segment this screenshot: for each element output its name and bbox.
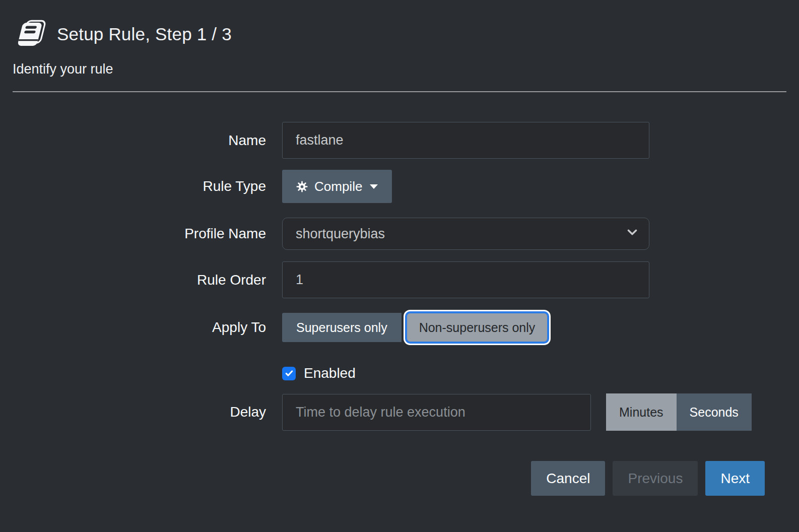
previous-button[interactable]: Previous: [613, 461, 698, 496]
gear-icon: [296, 181, 308, 192]
rule-type-button-label: Compile: [314, 179, 362, 194]
rule-type-dropdown-button[interactable]: Compile: [282, 170, 392, 203]
enabled-row: Enabled: [0, 365, 799, 381]
next-button[interactable]: Next: [705, 461, 765, 496]
profile-name-label: Profile Name: [0, 226, 266, 242]
chevron-down-icon: [626, 226, 639, 242]
rule-order-label: Rule Order: [0, 272, 266, 288]
rule-order-input[interactable]: [282, 261, 649, 298]
delay-unit-seconds-button[interactable]: Seconds: [677, 393, 752, 431]
apply-to-label: Apply To: [0, 319, 266, 336]
book-icon: [13, 19, 46, 49]
divider: [13, 91, 786, 92]
enabled-label: Enabled: [304, 365, 356, 381]
setup-rule-panel: Setup Rule, Step 1 / 3 Identify your rul…: [0, 0, 799, 532]
name-label: Name: [0, 132, 266, 149]
apply-to-superusers-button[interactable]: Superusers only: [282, 313, 402, 342]
profile-name-selected-value: shortquerybias: [296, 226, 385, 242]
checkmark-icon: [284, 368, 294, 378]
enabled-checkbox[interactable]: [282, 367, 296, 380]
delay-unit-minutes-button[interactable]: Minutes: [606, 393, 677, 431]
apply-to-row: Apply To Superusers only Non-superusers …: [0, 311, 799, 344]
page-title: Setup Rule, Step 1 / 3: [57, 24, 232, 44]
rule-type-row: Rule Type: [0, 170, 799, 203]
profile-name-select[interactable]: shortquerybias: [282, 218, 649, 250]
delay-label: Delay: [0, 404, 266, 420]
rule-order-row: Rule Order: [0, 261, 799, 298]
delay-input[interactable]: [282, 394, 591, 431]
rule-type-label: Rule Type: [0, 178, 266, 194]
caret-down-icon: [370, 184, 378, 189]
footer: Cancel Previous Next: [0, 461, 799, 496]
page-subtitle: Identify your rule: [13, 61, 786, 77]
delay-row: Delay Minutes Seconds: [0, 393, 799, 431]
name-row: Name: [0, 122, 799, 159]
rule-form: Name Rule Type: [0, 122, 799, 431]
profile-name-row: Profile Name shortquerybias: [0, 218, 799, 250]
name-input[interactable]: [282, 122, 649, 159]
header: Setup Rule, Step 1 / 3 Identify your rul…: [0, 0, 799, 92]
delay-unit-group: Minutes Seconds: [606, 393, 752, 431]
cancel-button[interactable]: Cancel: [531, 461, 605, 496]
apply-to-non-superusers-button[interactable]: Non-superusers only: [405, 311, 550, 344]
